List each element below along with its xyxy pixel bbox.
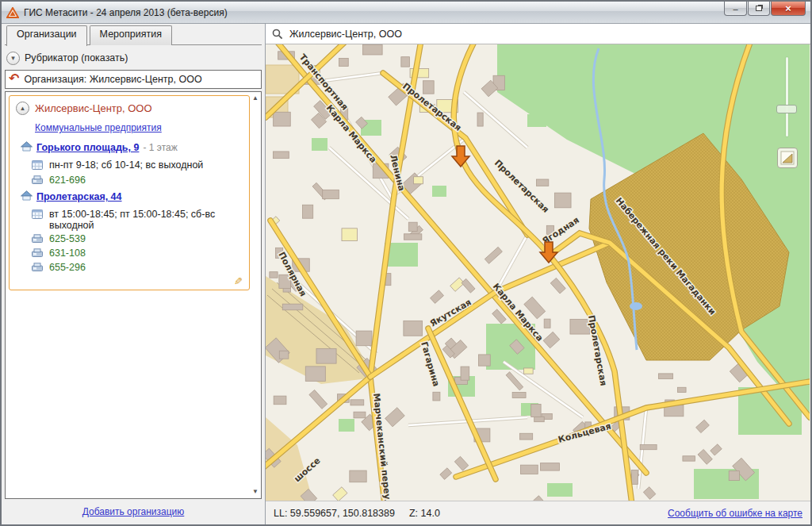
schedule-text: вт 15:00-18:45; пт 15:00-18:45; сб-вс вы…	[49, 209, 243, 231]
location-item: Пролетарская, 44вт 15:00-18:45; пт 15:00…	[21, 190, 243, 274]
search-input[interactable]	[288, 28, 804, 40]
phone-number: 621-696	[49, 175, 86, 186]
phone-icon	[32, 234, 44, 245]
phone-icon	[32, 175, 44, 186]
restore-button[interactable]	[748, 2, 770, 16]
rubricator-label: Рубрикатор (показать)	[25, 52, 128, 63]
app-logo-icon	[6, 7, 19, 18]
zoom-readout: Z: 14.0	[409, 508, 440, 519]
phone-number: 625-539	[49, 233, 86, 244]
zoom-slider-handle[interactable]	[776, 105, 797, 113]
address-link[interactable]: Пролетарская, 44	[36, 191, 122, 202]
coordinates-readout: LL: 59.559657, 150.818389	[274, 508, 395, 519]
rubricator-row[interactable]: ▾ Рубрикатор (показать)	[5, 48, 262, 68]
floor-note: - 1 этаж	[143, 142, 177, 153]
chevron-down-icon[interactable]: ▾	[6, 52, 20, 65]
category-link[interactable]: Коммунальные предприятия	[35, 122, 162, 133]
map-canvas[interactable]: ТранспортнаяКарла МарксаПролетарскаяЛени…	[266, 44, 810, 501]
schedule-text: пн-пт 9-18; сб 10-14; вс выходной	[49, 159, 203, 171]
organization-name: Жилсервис-Центр, ООО	[35, 102, 152, 114]
add-organization-link[interactable]: Добавить организацию	[82, 506, 185, 517]
undo-icon[interactable]: ↶	[9, 73, 19, 84]
search-bar	[266, 24, 810, 44]
edit-pencil-icon[interactable]: ✎	[234, 275, 243, 287]
schedule-icon	[32, 209, 44, 221]
map-layers-icon	[780, 151, 795, 165]
minimize-button[interactable]: –	[724, 2, 747, 16]
map-panel: ТранспортнаяКарла МарксаПролетарскаяЛени…	[266, 24, 810, 524]
minimize-icon: –	[733, 4, 737, 13]
tab-events[interactable]: Мероприятия	[90, 25, 172, 45]
tab-strip: Организации Мероприятия	[5, 25, 262, 45]
phone-icon	[32, 248, 44, 259]
restore-icon	[756, 6, 762, 11]
sidebar: Организации Мероприятия ▾ Рубрикатор (по…	[2, 24, 266, 524]
title-bar[interactable]: ГИС Метасити - 24 апреля 2013 (бета-верс…	[2, 2, 810, 24]
locations-list: Горького площадь, 9- 1 этажпн-пт 9-18; с…	[16, 140, 243, 274]
phone-number: 655-296	[49, 262, 86, 273]
phone-number: 631-108	[49, 248, 86, 259]
results-panel: ▲ ▼ ▴ Жилсервис-Центр, ООО Коммунальные …	[5, 91, 262, 499]
app-window: ГИС Метасити - 24 апреля 2013 (бета-верс…	[0, 0, 812, 526]
close-button[interactable]: ×	[771, 2, 806, 16]
house-icon	[21, 140, 33, 155]
scroll-down-arrow[interactable]: ▼	[252, 489, 259, 495]
schedule-icon	[32, 160, 44, 172]
chevron-up-icon[interactable]: ▴	[16, 102, 29, 115]
close-icon: ×	[785, 2, 791, 14]
organization-bar: ↶ Организация: Жилсервис-Центр, ООО	[5, 70, 262, 89]
phone-icon	[32, 263, 44, 274]
map-layers-button[interactable]	[777, 148, 798, 168]
zoom-slider	[783, 57, 790, 136]
search-icon	[272, 29, 283, 40]
address-link[interactable]: Горького площадь, 9	[36, 142, 139, 153]
status-bar: LL: 59.559657, 150.818389 Z: 14.0 Сообщи…	[266, 501, 810, 524]
organization-bar-label: Организация: Жилсервис-Центр, ООО	[24, 74, 201, 85]
location-item: Горького площадь, 9- 1 этажпн-пт 9-18; с…	[21, 140, 243, 186]
window-title: ГИС Метасити - 24 апреля 2013 (бета-верс…	[24, 7, 228, 18]
tab-organizations[interactable]: Организации	[6, 25, 87, 46]
organization-card: ▴ Жилсервис-Центр, ООО Коммунальные пред…	[9, 95, 250, 290]
house-icon	[21, 190, 33, 204]
zoom-slider-track[interactable]	[786, 57, 788, 136]
scroll-up-arrow[interactable]: ▲	[252, 95, 259, 102]
report-map-error-link[interactable]: Сообщить об ошибке на карте	[668, 508, 802, 519]
map-image[interactable]: ТранспортнаяКарла МарксаПролетарскаяЛени…	[266, 44, 810, 501]
